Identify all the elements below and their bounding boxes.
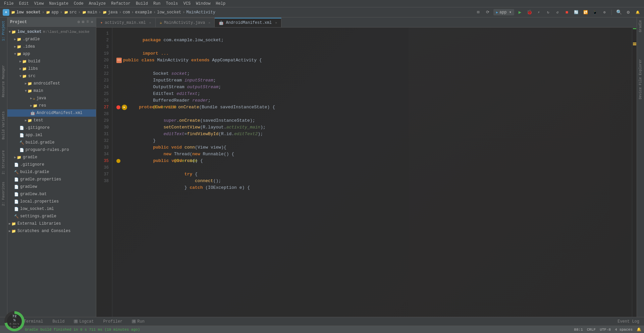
tree-item-gitignore-root[interactable]: 📄 .gitignore xyxy=(7,161,96,168)
gradle-sync-btn[interactable]: 🔁 xyxy=(582,9,589,16)
menu-item-build[interactable]: Build xyxy=(133,1,151,7)
tab-close-icon-3[interactable]: ✕ xyxy=(275,21,277,25)
tree-item-app[interactable]: ▼ 📁 app xyxy=(7,50,96,58)
tree-item-lowsocket-iml[interactable]: 📄 low_socket.iml xyxy=(7,205,96,213)
code-line-35: public void run() { xyxy=(116,158,628,164)
project-icon-layout[interactable]: ⊞ xyxy=(82,19,84,24)
gradle-label[interactable]: Gradle xyxy=(639,20,642,32)
tree-item-test[interactable]: ▶ 📁 test xyxy=(7,117,96,124)
run-config-dropdown[interactable]: ▶ app ▾ xyxy=(493,9,514,15)
tree-item-gradlew[interactable]: 📄 gradlew xyxy=(7,183,96,190)
profile-btn[interactable]: ⚡ xyxy=(535,9,542,16)
apply-changes-btn[interactable]: ↻ xyxy=(544,9,552,16)
panel-label-build-variants[interactable]: Build Variants xyxy=(0,109,7,142)
breadcrumb-java[interactable]: 📁 java xyxy=(102,10,118,15)
tab-profiler[interactable]: Profiler xyxy=(101,317,125,326)
project-icon-close[interactable]: ✕ xyxy=(91,19,93,24)
menu-item-file[interactable]: File xyxy=(1,1,16,7)
stop-btn[interactable]: ■ xyxy=(563,9,571,16)
tab-close-icon[interactable]: ✕ xyxy=(149,21,151,25)
menu-item-view[interactable]: View xyxy=(32,1,47,7)
menu-item-tools[interactable]: Tools xyxy=(163,1,181,7)
breadcrumb-lowsocket[interactable]: low_socket xyxy=(157,10,181,15)
tree-item-app-iml[interactable]: 📄 app.iml xyxy=(7,131,96,139)
line-num-2: 2 xyxy=(98,37,111,44)
line-num-22: 22 xyxy=(98,70,111,77)
cursor-position: 88:1 xyxy=(574,328,583,332)
code-line-36: try { xyxy=(116,164,628,171)
avd-btn[interactable]: 📱 xyxy=(591,9,599,16)
tree-item-external-libs[interactable]: ▶ 📁 External Libraries xyxy=(7,220,96,227)
project-icon-collapse[interactable]: ≡ xyxy=(87,19,89,24)
tab-androidmanifest-xml[interactable]: 🤖 AndroidManifest.xml ✕ xyxy=(215,18,281,27)
toolbar-open-btn[interactable]: ⊡ xyxy=(475,9,482,16)
event-log-btn[interactable]: Event Log xyxy=(615,319,641,325)
menu-item-edit[interactable]: Edit xyxy=(16,1,32,7)
tree-item-gradlew-bat[interactable]: 📄 gradlew.bat xyxy=(7,190,96,198)
breadcrumb-com[interactable]: com xyxy=(123,10,130,15)
breadcrumb-example[interactable]: example xyxy=(135,10,152,15)
tree-item-gitignore-app[interactable]: 📄 .gitignore xyxy=(7,124,96,131)
toolbar-sync-btn[interactable]: ⟳ xyxy=(484,9,491,16)
sdk-btn[interactable]: ⚙ xyxy=(601,9,608,16)
apply-restart-btn[interactable]: ↺ xyxy=(554,9,561,16)
panel-label-favorites[interactable]: 2: Favorites xyxy=(0,180,7,208)
menu-item-help[interactable]: Help xyxy=(213,1,228,7)
tab-build[interactable]: Build xyxy=(50,317,66,326)
tree-item-root[interactable]: ▼ 📁 low_socket H:\last_end\low_socke xyxy=(7,28,96,36)
status-bar: 72% 0.5k/s 5.9k/s Gradle build finished … xyxy=(0,326,644,333)
sync-btn[interactable]: 🔄 xyxy=(573,9,580,16)
menu-item-analyze[interactable]: Analyze xyxy=(86,1,108,7)
run-btn[interactable]: ▶ xyxy=(516,9,524,16)
tab-activity-main-xml[interactable]: ✦ activity_main.xml ✕ xyxy=(96,18,156,27)
tree-item-scratches[interactable]: ▶ 📁 Scratches and Consoles xyxy=(7,227,96,235)
tree-item-androidtest[interactable]: ▶ 📁 androidTest xyxy=(7,80,96,87)
tree-item-gradle1[interactable]: ▶ 📁 .gradle xyxy=(7,36,96,43)
menu-item-navigate[interactable]: Navigate xyxy=(46,1,71,7)
tab-run[interactable]: 4 Run xyxy=(130,317,147,326)
panel-label-project[interactable]: 1: Project xyxy=(0,19,7,43)
menu-item-window[interactable]: Window xyxy=(193,1,213,7)
device-explorer-label[interactable]: Device File Explorer xyxy=(639,59,642,99)
encoding: UTF-8 xyxy=(600,328,611,332)
breadcrumb-main[interactable]: 📁 main xyxy=(82,10,97,15)
tree-item-proguard[interactable]: 📄 proguard-rules.pro xyxy=(7,146,96,154)
code-content[interactable]: package com.example.low_socket; import .… xyxy=(112,27,632,317)
tab-terminal[interactable]: Terminal xyxy=(22,317,45,326)
tab-mainactivity-java[interactable]: ☕ MainActivity.java ✕ xyxy=(156,18,215,27)
tree-item-build-gradle-app[interactable]: 🔨 build.gradle xyxy=(7,139,96,146)
tree-item-local-props[interactable]: 📄 local.properties xyxy=(7,198,96,205)
panel-label-structure[interactable]: 2: Structure xyxy=(0,148,7,176)
tree-item-gradle-props[interactable]: 📄 gradle.properties xyxy=(7,176,96,183)
search-everywhere-btn[interactable]: 🔍 xyxy=(615,9,623,16)
project-tree: ▼ 📁 low_socket H:\last_end\low_socke ▶ 📁… xyxy=(7,27,96,317)
tree-item-settings-gradle[interactable]: 🔨 settings.gradle xyxy=(7,213,96,220)
tree-item-src[interactable]: ▼ 📁 src xyxy=(7,72,96,80)
tree-item-java[interactable]: ▶ ☕ java xyxy=(7,95,96,102)
tree-item-gradle[interactable]: ▶ 📁 gradle xyxy=(7,154,96,161)
menu-item-refactor[interactable]: Refactor xyxy=(108,1,133,7)
gradle-side-panel[interactable]: Gradle Device File Explorer xyxy=(637,17,644,317)
tree-item-build[interactable]: ▶ 📁 build xyxy=(7,58,96,65)
breadcrumb-src[interactable]: 📁 src xyxy=(64,10,77,15)
app-icon: A xyxy=(3,9,9,16)
panel-label-resource[interactable]: Resource Manager xyxy=(0,63,7,99)
breadcrumb[interactable]: 📁 low socket xyxy=(11,10,41,15)
tree-item-libs[interactable]: ▶ 📁 libs xyxy=(7,65,96,72)
tab-logcat[interactable]: 6 Logcat xyxy=(72,317,96,326)
menu-item-vcs[interactable]: VCS xyxy=(181,1,194,7)
tab-close-icon-2[interactable]: ✕ xyxy=(208,21,210,25)
breadcrumb-app[interactable]: 📁 app xyxy=(46,10,59,15)
menu-item-code[interactable]: Code xyxy=(71,1,86,7)
tree-item-androidmanifest[interactable]: 🤖 AndroidManifest.xml xyxy=(7,109,96,117)
notifications-btn[interactable]: 🔔 xyxy=(634,9,641,16)
tree-item-build-gradle-root[interactable]: 🔨 build.gradle xyxy=(7,168,96,176)
tree-item-main[interactable]: ▼ 📁 main xyxy=(7,87,96,95)
settings-btn[interactable]: ⚙ xyxy=(625,9,632,16)
debug-btn[interactable]: 🐞 xyxy=(526,9,533,16)
breadcrumb-mainactivity[interactable]: MainActivity xyxy=(186,10,215,15)
project-icon-settings[interactable]: ⚙ xyxy=(77,19,80,24)
tree-item-idea[interactable]: ▶ 📁 .idea xyxy=(7,43,96,50)
tree-item-res[interactable]: ▶ 📁 res xyxy=(7,102,96,109)
menu-item-run[interactable]: Run xyxy=(151,1,163,7)
